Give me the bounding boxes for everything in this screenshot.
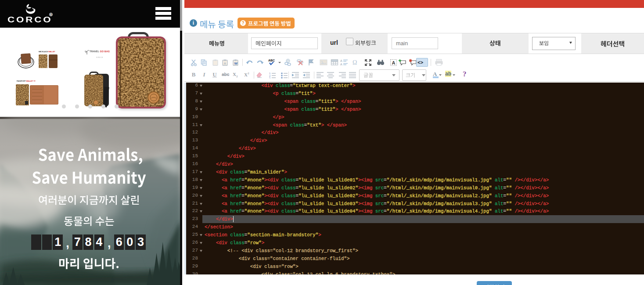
svg-text:A: A (340, 59, 342, 62)
svg-text:A: A (224, 61, 227, 65)
svg-text:A: A (392, 60, 396, 65)
svg-text:W: W (234, 61, 238, 65)
svg-text:A: A (340, 63, 342, 66)
svg-text:Ω: Ω (353, 59, 357, 66)
svg-text:3: 3 (269, 77, 270, 79)
svg-text:<>: <> (417, 60, 424, 65)
svg-text:ABC: ABC (268, 59, 275, 62)
